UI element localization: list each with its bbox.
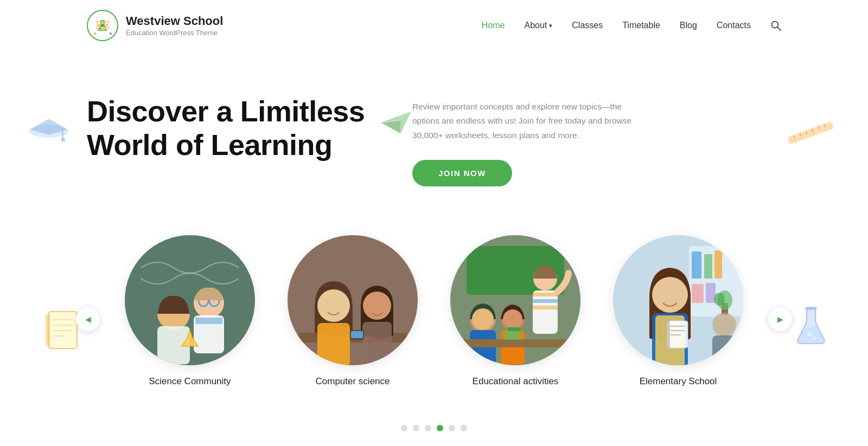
svg-point-80 — [652, 277, 688, 313]
svg-rect-59 — [533, 306, 558, 309]
header: Westview School Education WordPress Them… — [0, 0, 868, 51]
card-elementary-image — [613, 235, 743, 365]
search-button[interactable] — [770, 20, 781, 31]
hero-description: Review important concepts and explore ne… — [412, 100, 640, 143]
svg-rect-52 — [351, 331, 363, 338]
dot-4[interactable] — [437, 425, 443, 431]
svg-rect-87 — [667, 321, 670, 348]
svg-rect-83 — [667, 321, 688, 348]
svg-point-5 — [94, 33, 96, 35]
site-name: Westview School — [126, 14, 223, 28]
hero-content-block: Review important concepts and explore ne… — [412, 94, 640, 186]
svg-line-8 — [778, 28, 781, 31]
svg-rect-72 — [704, 254, 712, 279]
svg-line-22 — [824, 124, 825, 128]
carousel-dots — [0, 425, 868, 431]
card-elementary-label: Elementary School — [640, 376, 717, 387]
svg-rect-57 — [533, 293, 558, 296]
svg-rect-71 — [692, 251, 701, 279]
main-nav: Home About ▾ Classes Timetable Blog Cont… — [482, 20, 781, 31]
card-educational-label: Educational activities — [473, 376, 559, 387]
card-computer-image — [288, 235, 418, 365]
about-caret-icon: ▾ — [549, 22, 552, 29]
cards-row: Science Community — [11, 235, 857, 387]
card-science-label: Science Community — [149, 376, 231, 387]
svg-rect-68 — [507, 327, 521, 331]
svg-point-6 — [110, 33, 112, 35]
nav-classes[interactable]: Classes — [572, 21, 603, 30]
prev-arrow-icon: ◀ — [85, 315, 91, 324]
svg-rect-47 — [317, 323, 350, 365]
dot-5[interactable] — [449, 425, 455, 431]
svg-rect-40 — [195, 318, 222, 324]
dot-2[interactable] — [413, 425, 419, 431]
logo-icon — [87, 10, 118, 41]
svg-line-15 — [381, 120, 400, 122]
svg-point-46 — [317, 289, 350, 322]
svg-rect-50 — [362, 322, 392, 365]
dot-1[interactable] — [401, 425, 407, 431]
svg-rect-66 — [461, 339, 575, 347]
svg-point-64 — [503, 309, 522, 329]
card-computer[interactable]: Computer science — [282, 235, 423, 387]
card-educational[interactable]: Educational activities — [445, 235, 586, 387]
hero-title-block: Discover a Limitless World of Learning — [87, 94, 369, 161]
cards-section: ◀ — [0, 219, 868, 419]
logo-text: Westview School Education WordPress Them… — [126, 14, 223, 36]
svg-point-78 — [714, 293, 725, 306]
svg-marker-13 — [381, 112, 411, 133]
svg-point-61 — [472, 308, 494, 330]
card-science-image — [125, 235, 255, 365]
svg-line-20 — [812, 128, 813, 132]
svg-point-88 — [712, 313, 736, 337]
svg-rect-62 — [470, 330, 496, 365]
nav-contacts[interactable]: Contacts — [717, 21, 751, 30]
nav-timetable[interactable]: Timetable — [622, 21, 660, 30]
deco-plane-icon — [380, 111, 412, 137]
card-elementary[interactable]: Elementary School — [608, 235, 749, 387]
logo[interactable]: Westview School Education WordPress Them… — [87, 10, 223, 41]
svg-rect-56 — [533, 290, 558, 334]
svg-point-4 — [101, 24, 104, 27]
hero-section: Discover a Limitless World of Learning R… — [0, 51, 868, 219]
dot-6[interactable] — [461, 425, 467, 431]
join-now-button[interactable]: JOIN NOW — [412, 160, 512, 186]
svg-marker-10 — [30, 119, 67, 135]
nav-home[interactable]: Home — [482, 21, 505, 30]
svg-line-19 — [806, 131, 807, 134]
svg-rect-11 — [62, 129, 63, 140]
nav-about[interactable]: About — [524, 21, 547, 30]
nav-about-wrapper: About ▾ — [524, 21, 552, 30]
card-science[interactable]: Science Community — [119, 235, 260, 387]
svg-rect-89 — [712, 335, 736, 365]
carousel-prev-button[interactable]: ◀ — [76, 307, 100, 331]
deco-ruler-icon — [786, 119, 836, 148]
svg-point-7 — [772, 22, 778, 28]
carousel-next-button[interactable]: ▶ — [768, 307, 792, 331]
nav-blog[interactable]: Blog — [680, 21, 697, 30]
deco-hat-icon — [27, 116, 71, 148]
svg-rect-58 — [533, 299, 558, 303]
card-educational-image — [450, 235, 580, 365]
search-icon — [770, 20, 781, 31]
svg-point-12 — [61, 138, 66, 142]
svg-line-21 — [818, 126, 819, 130]
svg-marker-14 — [381, 120, 400, 133]
svg-rect-73 — [714, 250, 722, 279]
site-tagline: Education WordPress Theme — [126, 29, 223, 37]
card-computer-label: Computer science — [315, 376, 390, 387]
svg-point-9 — [29, 125, 68, 138]
svg-line-18 — [800, 133, 801, 137]
svg-rect-74 — [692, 284, 704, 303]
next-arrow-icon: ▶ — [777, 315, 783, 324]
dot-3[interactable] — [425, 425, 431, 431]
svg-rect-67 — [505, 330, 521, 340]
svg-rect-41 — [288, 235, 418, 365]
svg-line-17 — [794, 135, 795, 139]
svg-rect-16 — [788, 121, 834, 145]
hero-title: Discover a Limitless World of Learning — [87, 94, 369, 161]
